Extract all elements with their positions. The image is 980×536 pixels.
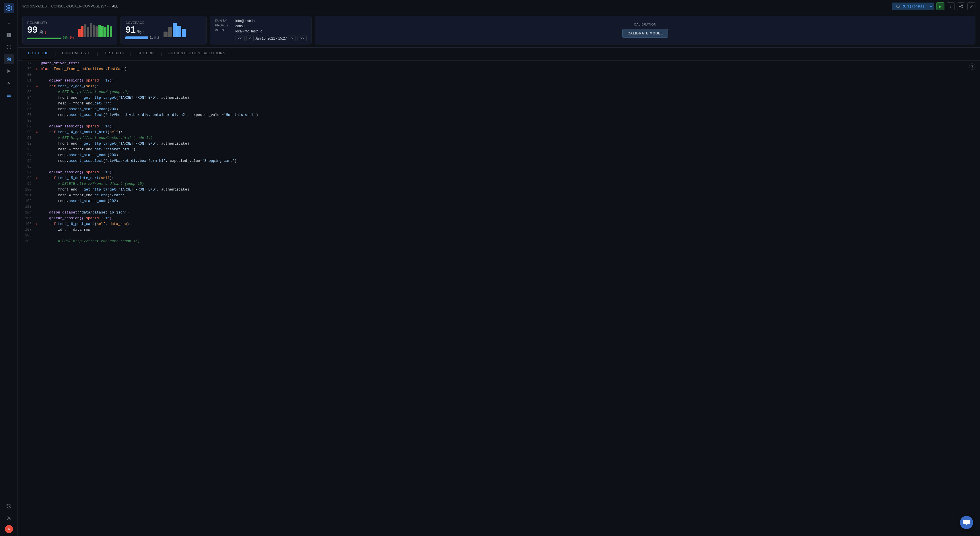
sidebar-item-history[interactable] bbox=[4, 501, 14, 511]
chart-bar bbox=[81, 26, 83, 37]
download-button[interactable]: ↓ bbox=[947, 2, 955, 10]
app-logo[interactable] bbox=[4, 3, 14, 13]
tab-sep-2: | bbox=[96, 48, 99, 60]
tab-sep-4: | bbox=[160, 48, 163, 60]
tab-criteria[interactable]: CRITERIA bbox=[132, 48, 160, 60]
chart-bar bbox=[87, 27, 89, 37]
svg-point-12 bbox=[9, 59, 10, 60]
svg-point-26 bbox=[959, 6, 961, 7]
coverage-stat: COVERAGE 91 % ↑ 21 2 bbox=[126, 21, 159, 39]
share-button[interactable] bbox=[957, 2, 965, 10]
code-line-77: 77 @data_driven_tests bbox=[18, 60, 980, 66]
svg-rect-6 bbox=[9, 35, 11, 37]
reliability-bar-bg bbox=[27, 38, 62, 39]
chart-bar bbox=[168, 27, 172, 37]
code-line-88: 88 bbox=[18, 118, 980, 124]
run-dropdown[interactable]: ▾ bbox=[928, 3, 934, 10]
topbar: WORKSPACES / CONSUL-DOCKER-COMPOSE (V4) … bbox=[18, 0, 980, 13]
svg-point-11 bbox=[8, 59, 8, 60]
code-line-108: 108 bbox=[18, 233, 980, 239]
code-line-94: 94 resp.assert_status_code(200) bbox=[18, 153, 980, 158]
code-line-81: 81 @clear_session({'spanId': 12}) bbox=[18, 78, 980, 83]
code-line-102: 102 resp.assert_status_code(202) bbox=[18, 198, 980, 204]
code-line-107: 107 id_, = data_row bbox=[18, 227, 980, 233]
expand-button[interactable]: ⤢ bbox=[967, 2, 975, 10]
svg-rect-5 bbox=[6, 35, 9, 37]
sidebar-item-menu[interactable]: ≡ bbox=[4, 18, 14, 28]
tab-custom-tests[interactable]: CUSTOM TESTS bbox=[57, 48, 96, 60]
nav-last-button[interactable]: >> bbox=[298, 36, 307, 41]
code-block: 77 @data_driven_tests 79 ▸ class Tests_f… bbox=[18, 60, 980, 244]
svg-point-23 bbox=[897, 5, 899, 8]
coverage-label: COVERAGE bbox=[126, 21, 159, 24]
chart-bar bbox=[110, 26, 112, 37]
sidebar-item-bot[interactable] bbox=[4, 54, 14, 64]
tab-sep-1: | bbox=[54, 48, 57, 60]
svg-marker-15 bbox=[8, 70, 11, 73]
sidebar-item-settings[interactable] bbox=[4, 513, 14, 523]
code-line-101: 101 resp = front_end.delete('/cart') bbox=[18, 192, 980, 198]
chart-bar bbox=[173, 23, 177, 37]
coverage-bar-2 bbox=[154, 37, 156, 39]
code-line-80: 80 bbox=[18, 72, 980, 78]
code-line-106: 106 ▸ def test_16_post_cart(self, data_r… bbox=[18, 221, 980, 227]
run-info-labels: RUN BY PROFILE AGENT bbox=[215, 19, 228, 41]
svg-marker-16 bbox=[8, 81, 10, 85]
coverage-bar-label: 21 bbox=[150, 36, 153, 39]
code-container[interactable]: ? 77 @data_driven_tests 79 ▸ class Tests… bbox=[18, 60, 980, 536]
chart-bar bbox=[182, 29, 186, 37]
sidebar-item-list[interactable] bbox=[4, 90, 14, 100]
chart-bar bbox=[101, 26, 103, 37]
reliability-chart bbox=[78, 23, 112, 37]
code-line-105: 105 @clear_session({'spanId': 16}) bbox=[18, 215, 980, 221]
sidebar-item-grid[interactable] bbox=[4, 30, 14, 40]
reliability-bar-label: 99% bbox=[63, 36, 68, 39]
code-line-96: 96 bbox=[18, 164, 980, 170]
svg-rect-3 bbox=[6, 33, 9, 35]
help-icon[interactable]: ? bbox=[969, 64, 975, 70]
code-line-98: 98 ▸ def test_15_delete_cart(self): bbox=[18, 175, 980, 181]
coverage-card: COVERAGE 91 % ↑ 21 2 bbox=[121, 16, 207, 45]
user-avatar[interactable]: 6 bbox=[5, 525, 13, 533]
breadcrumb-workspaces[interactable]: WORKSPACES bbox=[22, 4, 47, 8]
profile-label: PROFILE bbox=[215, 24, 228, 27]
code-line-93: 93 resp = front_end.get('/basket.html') bbox=[18, 146, 980, 153]
code-line-95: 95 resp.assert_cssselect('div#basket div… bbox=[18, 158, 980, 164]
code-line-100: 100 front_end = get_http_target('TARGET_… bbox=[18, 187, 980, 192]
run-info-values: info@testr.io consul local-info_testr_io bbox=[235, 19, 307, 33]
nav-first-button[interactable]: << bbox=[235, 36, 245, 41]
run-button-label: RUN ( consul ) bbox=[901, 4, 924, 8]
run-play-button[interactable]: ▶ bbox=[936, 2, 944, 10]
run-info-right: info@testr.io consul local-info_testr_io… bbox=[235, 19, 307, 41]
code-line-87: 87 resp.assert_cssselect('div#hot div.bo… bbox=[18, 112, 980, 118]
chart-bar bbox=[104, 27, 107, 37]
sidebar: ≡ bbox=[0, 0, 18, 536]
breadcrumb-project[interactable]: CONSUL-DOCKER-COMPOSE (V4) bbox=[51, 4, 108, 8]
sidebar-item-flash[interactable] bbox=[4, 78, 14, 88]
code-line-85: 85 resp = front_end.get('/') bbox=[18, 101, 980, 107]
stats-bar: RELIABILITY 99 % ↓ 99% 1% bbox=[18, 13, 980, 48]
coverage-arrow: ↑ bbox=[143, 30, 145, 35]
coverage-bar-label-2: 2 bbox=[158, 36, 159, 39]
run-button[interactable]: RUN ( consul ) bbox=[892, 3, 928, 10]
calibrate-model-button[interactable]: CALIBRATE MODEL bbox=[622, 29, 668, 38]
sidebar-item-play[interactable] bbox=[4, 66, 14, 76]
chat-bubble[interactable] bbox=[960, 516, 973, 529]
sidebar-item-analytics[interactable] bbox=[4, 42, 14, 52]
code-line-104: 104 @json_dataset('data/dataset_16.json'… bbox=[18, 210, 980, 215]
reliability-value: 99 % ↓ bbox=[27, 24, 74, 35]
chart-bar bbox=[78, 29, 81, 37]
coverage-chart bbox=[164, 23, 186, 37]
topbar-actions: RUN ( consul ) ▾ ▶ ↓ ⤢ bbox=[892, 2, 975, 10]
run-info-card: RUN BY PROFILE AGENT info@testr.io consu… bbox=[210, 16, 311, 45]
nav-next-button[interactable]: > bbox=[289, 36, 296, 41]
svg-point-25 bbox=[962, 7, 963, 8]
tab-test-data[interactable]: TEST DATA bbox=[99, 48, 129, 60]
tab-test-code[interactable]: TEST CODE bbox=[22, 48, 54, 60]
stats-cards: RELIABILITY 99 % ↓ 99% 1% bbox=[22, 16, 975, 45]
tab-auth-exec[interactable]: AUTHENTICATION EXECUTIONS bbox=[163, 48, 231, 60]
code-line-91: 91 # GET http://front-end/basket.html (e… bbox=[18, 135, 980, 141]
nav-prev-button[interactable]: < bbox=[247, 36, 254, 41]
run-date: Jan 10, 2021 - 15:27 bbox=[255, 37, 287, 40]
tabs-bar: TEST CODE | CUSTOM TESTS | TEST DATA | C… bbox=[18, 48, 980, 60]
